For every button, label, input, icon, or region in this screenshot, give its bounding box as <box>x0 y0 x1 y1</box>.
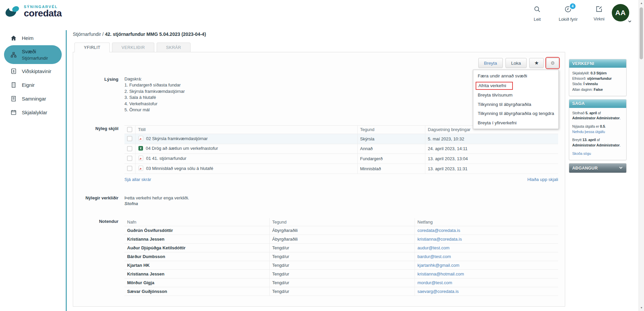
tab-verklidir[interactable]: VERKLIÐIR <box>112 43 154 52</box>
user-name: Kjartan HK <box>127 263 150 268</box>
user-type: Ábyrgðaraðili <box>269 226 415 235</box>
main-content: Stjórnarfundir/42. stjórnarfundur MMG 5.… <box>73 30 565 311</box>
document-title[interactable]: 03 Minnisblað vegna sölu á hlutafé <box>146 166 213 171</box>
vertical-scrollbar[interactable]: ▲ ▼ <box>639 0 644 311</box>
pdf-file-icon <box>138 156 144 162</box>
sidebar-item-eignir[interactable]: Eignir <box>4 78 62 91</box>
tab-bar: YFIRLIT VERKLIÐIR SKRÁR <box>74 43 565 52</box>
history-link[interactable]: Skoða sögu <box>572 151 591 156</box>
history-text-line: Breytt 13. apríl af Administrator Admini… <box>572 137 623 148</box>
document-icon <box>10 96 17 102</box>
sidebar-item-skjalalyklar[interactable]: Skjalalyklar <box>4 106 62 119</box>
user-email-link[interactable]: coredata@coredata.is <box>418 228 460 233</box>
user-email-link[interactable]: kristianna@hotmail.com <box>418 271 464 276</box>
row-checkbox[interactable] <box>127 136 132 141</box>
gear-settings-button[interactable]: ⚙ <box>546 58 559 68</box>
user-email-link[interactable]: saevarg@coredata.is <box>418 289 459 294</box>
search-action[interactable]: Leit <box>530 5 545 22</box>
user-email-link[interactable]: kristianna@coredata.is <box>418 237 462 242</box>
menu-item[interactable]: Færa undir annað svæði <box>473 71 558 81</box>
worksteps-section: Nýlegir verkliðir Þetta verkefni hefur e… <box>73 195 565 206</box>
user-email-link[interactable]: kjartanhk@gmail.com <box>418 263 460 268</box>
worksteps-label: Nýlegir verkliðir <box>73 195 118 201</box>
project-panel: VERKEFNI Skjalalykill: 0.3 StjórnEfnisor… <box>569 59 627 96</box>
project-field: Efnisorð: stjórnarfundur <box>572 76 623 81</box>
user-email-link[interactable]: audur@test.com <box>418 245 450 250</box>
document-title[interactable]: 01 41. stjórnarfundur <box>146 156 186 161</box>
document-type: Skýrsla <box>357 134 425 144</box>
document-title[interactable]: 04 Drög að áætlun um verkefnastofur <box>146 146 218 151</box>
row-checkbox[interactable] <box>127 156 132 161</box>
overview-panel: Breyta Loka ★ ⚙ Færa undir annað svæðiAf… <box>73 52 565 307</box>
user-name: Mörður Gígja <box>127 280 154 285</box>
scroll-up-arrow[interactable]: ▲ <box>639 2 644 5</box>
column-header-nafn[interactable]: Nafn <box>124 218 269 226</box>
user-email-link[interactable]: mordur@test.com <box>418 280 452 285</box>
context-menu: Færa undir annað svæðiAfrita verkefniBre… <box>473 70 559 129</box>
sidebar-item-vidskiptavinir[interactable]: Viðskiptavinir <box>4 65 62 78</box>
history-panel-body: Stofnað 5. apríl af Administrator Admini… <box>569 108 626 160</box>
scroll-down-arrow[interactable]: ▼ <box>639 306 644 309</box>
menu-item[interactable]: Breyta tilvísunum <box>473 90 558 100</box>
user-row: Bárður DumbssonTengd/urbardur@test.com <box>124 252 558 261</box>
sidebar-item-label: Heim <box>22 35 34 41</box>
menu-item[interactable]: Afrita verkefni <box>473 81 558 91</box>
select-all-checkbox[interactable] <box>127 127 132 132</box>
activity-icon <box>595 5 603 14</box>
access-panel-header[interactable]: AÐGANGUR <box>569 163 627 173</box>
tab-yfirlit[interactable]: YFIRLIT <box>74 43 110 52</box>
sidebar-item-label: Svæði <box>22 49 36 54</box>
close-button[interactable]: Loka <box>505 58 527 68</box>
home-icon <box>10 35 17 41</box>
done-for-action[interactable]: 4 Lokið fyrir <box>559 5 578 22</box>
column-header-user-tegund[interactable]: Tegund <box>269 218 415 226</box>
user-email-link[interactable]: bardur@test.com <box>418 254 451 259</box>
breadcrumb-parent[interactable]: Stjórnarfundir <box>73 32 101 37</box>
activity-action[interactable]: Virkni <box>592 5 606 22</box>
scrollbar-thumb[interactable] <box>640 7 643 59</box>
upload-document-link[interactable]: Hlaða upp skjali <box>527 177 558 182</box>
document-date: 24. apríl 2023, 14:11 <box>425 144 558 153</box>
sidebar-item-label: Viðskiptavinir <box>22 68 51 74</box>
menu-item[interactable]: Tilkynning til ábyrgðaraðila og tengdra <box>473 109 558 118</box>
history-text-line: Nýjasta útgáfa er 0.5. <box>572 124 623 129</box>
users-label: Notendur <box>73 218 118 225</box>
column-header-netfang[interactable]: Netfang <box>415 218 558 226</box>
edit-button[interactable]: Breyta <box>478 58 503 68</box>
users-table: Nafn Tegund Netfang Guðrún Ósvífursdótti… <box>124 218 558 296</box>
history-link[interactable]: Nefndu þessa útgáfu <box>572 130 605 134</box>
row-checkbox[interactable] <box>127 146 132 151</box>
coredata-logo[interactable]: SÝNINGARVÉL coredata <box>5 4 62 18</box>
create-workstep-link[interactable]: Stofna <box>124 201 558 206</box>
breadcrumb-current: 42. stjórnarfundur MMG 5.04.2023 (2023-0… <box>105 32 206 37</box>
sidebar-item-sublabel: Stjórnarfundir <box>22 56 48 61</box>
user-row: Sævar GuðjónssonTengd/ursaevarg@coredata… <box>124 287 558 296</box>
favorite-star-button[interactable]: ★ <box>529 58 544 68</box>
sidebar-item-label: Skjalalyklar <box>22 110 47 115</box>
user-name: Bárður Dumbsson <box>127 254 165 259</box>
project-field: Staða: Í vinnslu <box>572 81 623 86</box>
user-row: Kristíanna JessenTengd/urkristianna@hotm… <box>124 270 558 278</box>
document-title[interactable]: 02 Skýrsla framkvæmdastjórnar <box>146 136 208 141</box>
user-type: Ábyrgðaraðili <box>269 235 415 244</box>
column-header-tegund[interactable]: Tegund <box>357 125 425 134</box>
sidebar-item-samningar[interactable]: Samningar <box>4 92 62 105</box>
tab-skrar[interactable]: SKRÁR <box>157 43 191 52</box>
right-sidebar: VERKEFNI Skjalalykill: 0.3 StjórnEfnisor… <box>569 59 627 173</box>
document-row: 02 Skýrsla framkvæmdastjórnarSkýrsla5. m… <box>124 134 558 144</box>
see-all-files-link[interactable]: Sjá allar skrár <box>124 177 151 182</box>
sidebar-item-svaedi[interactable]: SvæðiStjórnarfundir <box>4 45 62 64</box>
sidebar-item-heim[interactable]: Heim <box>4 32 62 45</box>
recent-documents-label: Nýleg skjöl <box>73 125 118 132</box>
user-row: Kjartan HKTengd/urkjartanhk@gmail.com <box>124 261 558 270</box>
breadcrumb: Stjórnarfundir/42. stjórnarfundur MMG 5.… <box>73 30 565 37</box>
user-type: Tengd/ur <box>269 244 415 252</box>
worksteps-empty-text: Þetta verkefni hefur enga verkliði. <box>124 195 558 201</box>
row-checkbox[interactable] <box>127 166 132 171</box>
menu-item[interactable]: Breyta í yfirverkefni <box>473 118 558 128</box>
user-name: Sævar Guðjónsson <box>127 289 167 294</box>
user-menu[interactable]: AA <box>612 4 632 25</box>
column-header-titill[interactable]: Titill <box>135 125 357 134</box>
menu-item[interactable]: Tilkynning til ábyrgðaraðila <box>473 100 558 109</box>
chevron-down-icon <box>628 19 632 25</box>
